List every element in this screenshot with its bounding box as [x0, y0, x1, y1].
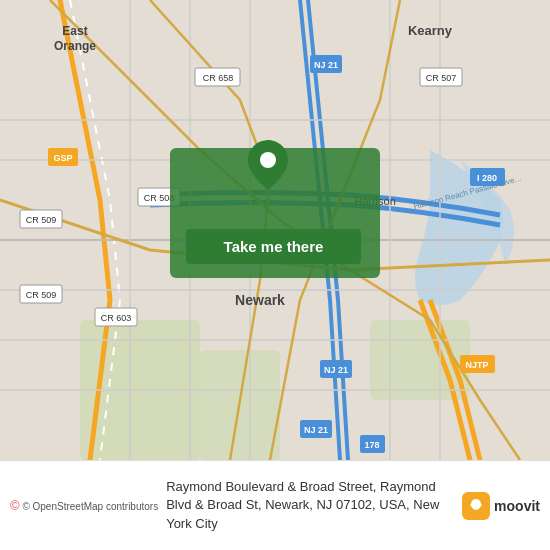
svg-text:CR 507: CR 507	[426, 73, 457, 83]
moovit-logo: moovit	[462, 492, 540, 520]
svg-text:CR 658: CR 658	[203, 73, 234, 83]
osm-logo: © © OpenStreetMap contributors	[10, 498, 158, 513]
svg-text:NJ 21: NJ 21	[314, 60, 338, 70]
svg-text:CR 508: CR 508	[144, 193, 175, 203]
footer-address: Raymond Boulevard & Broad Street, Raymon…	[166, 478, 454, 533]
moovit-icon	[462, 492, 490, 520]
svg-text:178: 178	[364, 440, 379, 450]
footer-bar: © © OpenStreetMap contributors Raymond B…	[0, 460, 550, 550]
take-me-there-button[interactable]: Take me there	[186, 229, 361, 264]
svg-text:GSP: GSP	[53, 153, 72, 163]
address-text: Raymond Boulevard & Broad Street, Raymon…	[166, 479, 439, 530]
svg-text:East: East	[62, 24, 87, 38]
map-pin	[248, 140, 288, 190]
svg-text:NJ 21: NJ 21	[304, 425, 328, 435]
map-container: CR 658 NJ 21 NJ 21 NJ 21 CR 507 I 280 GS…	[0, 0, 550, 460]
osm-text: © OpenStreetMap contributors	[22, 501, 158, 512]
svg-text:NJ 21: NJ 21	[324, 365, 348, 375]
svg-text:Newark: Newark	[235, 292, 285, 308]
svg-text:Orange: Orange	[54, 39, 96, 53]
osm-icon: ©	[10, 498, 20, 513]
svg-text:CR 509: CR 509	[26, 290, 57, 300]
svg-text:CR 603: CR 603	[101, 313, 132, 323]
svg-text:NJTP: NJTP	[465, 360, 488, 370]
moovit-text: moovit	[494, 498, 540, 514]
svg-text:Kearny: Kearny	[408, 23, 453, 38]
svg-point-38	[260, 152, 276, 168]
svg-text:CR 509: CR 509	[26, 215, 57, 225]
